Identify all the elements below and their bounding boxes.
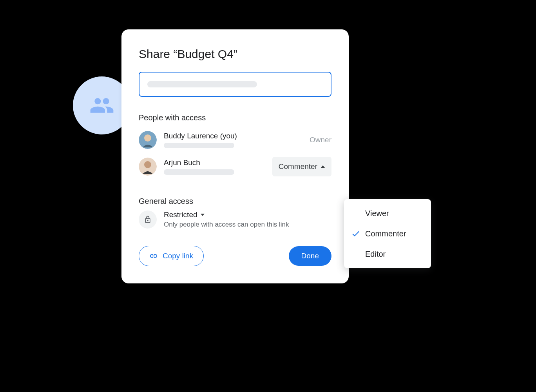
copy-link-button[interactable]: Copy link: [139, 246, 204, 266]
person-name: Buddy Laurence (you): [164, 132, 310, 140]
people-with-access-header: People with access: [139, 113, 331, 122]
menu-item-editor[interactable]: Editor: [344, 244, 431, 264]
caret-down-icon: [201, 214, 205, 216]
copy-link-label: Copy link: [163, 252, 193, 260]
svg-point-3: [144, 161, 151, 168]
menu-option-label: Editor: [365, 250, 386, 259]
menu-option-label: Commenter: [365, 229, 406, 238]
svg-point-1: [144, 134, 151, 142]
person-name: Arjun Buch: [164, 158, 272, 167]
avatar: [139, 158, 157, 176]
menu-item-viewer[interactable]: Viewer: [344, 203, 431, 223]
email-skeleton: [164, 143, 234, 148]
share-dialog: Share “Budget Q4” People with access Bud…: [121, 29, 349, 283]
general-access-header: General access: [139, 197, 331, 206]
role-dropdown-menu: Viewer Commenter Editor: [344, 199, 431, 268]
link-icon: [149, 252, 158, 260]
general-access-dropdown[interactable]: Restricted: [164, 211, 331, 219]
email-skeleton: [164, 169, 234, 175]
add-people-input[interactable]: [139, 72, 331, 97]
person-row: Arjun Buch Commenter: [139, 153, 331, 180]
role-owner-label: Owner: [310, 136, 331, 144]
lock-circle: [139, 211, 157, 229]
avatar: [139, 131, 157, 149]
role-dropdown-label: Commenter: [279, 162, 317, 171]
caret-up-icon: [321, 165, 325, 168]
person-row-owner: Buddy Laurence (you) Owner: [139, 127, 331, 153]
done-label: Done: [301, 252, 319, 260]
people-icon: [89, 93, 114, 118]
role-dropdown-commenter[interactable]: Commenter: [272, 157, 331, 176]
check-icon: [351, 229, 362, 238]
general-access-row: Restricted Only people with access can o…: [139, 211, 331, 229]
general-access-description: Only people with access can open this li…: [164, 221, 331, 229]
menu-item-commenter[interactable]: Commenter: [344, 223, 431, 244]
input-placeholder-skeleton: [147, 81, 257, 87]
restricted-label: Restricted: [164, 211, 197, 219]
done-button[interactable]: Done: [289, 246, 331, 266]
menu-option-label: Viewer: [365, 209, 389, 218]
dialog-button-row: Copy link Done: [139, 246, 331, 266]
lock-icon: [144, 216, 152, 223]
dialog-title: Share “Budget Q4”: [139, 47, 331, 61]
